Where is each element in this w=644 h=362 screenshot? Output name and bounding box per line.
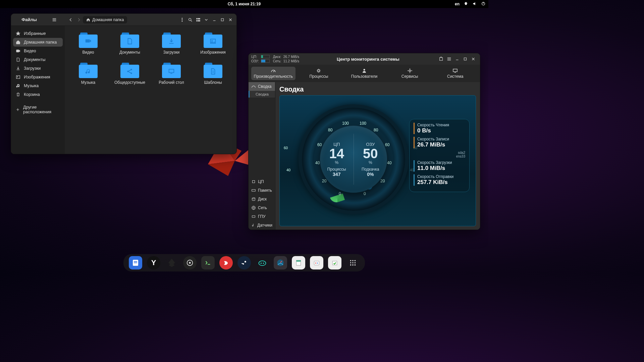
tab-performance[interactable]: Производительность xyxy=(251,67,296,80)
sidebar-item-other-locations[interactable]: Другие расположения xyxy=(11,103,65,116)
keyboard-layout[interactable]: en xyxy=(455,2,460,6)
svg-rect-32 xyxy=(252,189,256,191)
folder-desktop[interactable]: Рабочий стол xyxy=(152,61,191,86)
folder-share[interactable]: Общедоступные xyxy=(110,61,149,86)
sidebar-item-favorites[interactable]: Избранные xyxy=(11,29,65,38)
sidebar-disk[interactable]: Диск xyxy=(249,195,275,203)
sidebar-item-trash[interactable]: Корзина xyxy=(11,90,65,99)
minimize-button[interactable] xyxy=(210,16,218,24)
tab-system[interactable]: Система xyxy=(433,67,477,80)
sidebar-gpu[interactable]: ГПУ xyxy=(249,212,275,221)
svg-rect-11 xyxy=(197,20,198,21)
dock-office[interactable] xyxy=(292,256,305,269)
svg-rect-15 xyxy=(16,50,19,52)
svg-point-9 xyxy=(189,18,191,20)
dock: Y xyxy=(123,254,365,272)
svg-rect-14 xyxy=(221,18,224,21)
back-button[interactable] xyxy=(67,16,75,24)
svg-point-51 xyxy=(317,262,318,263)
sidebar-item-music[interactable]: Музыка xyxy=(11,81,65,90)
sidebar-memory[interactable]: Память xyxy=(249,186,275,195)
svg-point-40 xyxy=(189,262,191,264)
sidebar-item-pictures[interactable]: Изображения xyxy=(11,73,65,81)
svg-rect-26 xyxy=(464,58,467,60)
sidebar-summary-sub[interactable]: Сводка xyxy=(249,91,275,98)
tab-services[interactable]: Сервисы xyxy=(388,67,432,80)
svg-rect-30 xyxy=(453,69,457,72)
dock-software[interactable] xyxy=(310,256,323,269)
dock-inkscape[interactable] xyxy=(165,256,178,269)
dock-steam[interactable] xyxy=(237,256,251,269)
volume-icon[interactable] xyxy=(472,1,477,7)
sidebar-item-downloads[interactable]: Загрузки xyxy=(11,64,65,73)
folder-template[interactable]: Шаблоны xyxy=(194,61,232,86)
svg-point-61 xyxy=(355,264,356,266)
dock-files[interactable] xyxy=(129,256,142,269)
dock-apps-grid[interactable] xyxy=(346,256,360,269)
kebab-icon[interactable] xyxy=(178,16,186,24)
sidebar-item-documents[interactable]: Документы xyxy=(11,55,65,64)
svg-rect-16 xyxy=(16,76,20,79)
folder-music[interactable]: Музыка xyxy=(69,61,108,86)
svg-point-43 xyxy=(259,261,266,265)
sidebar-summary[interactable]: Сводка xyxy=(249,82,275,91)
dock-terminal[interactable] xyxy=(201,256,215,269)
svg-point-45 xyxy=(263,262,264,264)
dock-discord[interactable] xyxy=(256,256,269,269)
hamburger-icon[interactable] xyxy=(50,16,58,24)
dock-browser[interactable]: Y xyxy=(147,256,160,269)
view-list-icon[interactable] xyxy=(194,16,202,24)
close-button[interactable] xyxy=(226,16,234,24)
svg-rect-31 xyxy=(253,181,255,183)
folder-doc[interactable]: Документы xyxy=(110,31,149,56)
search-icon[interactable] xyxy=(186,16,194,24)
sysmon-tabs: Производительность Процессы Пользователи… xyxy=(249,65,480,82)
path-bar[interactable]: Домашняя папка xyxy=(83,16,127,23)
svg-point-7 xyxy=(182,19,182,20)
svg-rect-49 xyxy=(314,261,319,265)
svg-rect-48 xyxy=(296,260,301,262)
svg-point-28 xyxy=(363,69,365,71)
minimize-button[interactable] xyxy=(453,55,461,63)
files-grid[interactable]: ВидеоДокументыЗагрузкиИзображенияМузыкаО… xyxy=(65,26,236,154)
view-dropdown-icon[interactable] xyxy=(202,16,210,24)
sidebar-network[interactable]: Сеть xyxy=(249,203,275,212)
dock-obs[interactable] xyxy=(183,256,197,269)
svg-point-6 xyxy=(182,18,182,18)
svg-rect-10 xyxy=(197,18,198,19)
folder-image[interactable]: Изображения xyxy=(194,31,232,56)
svg-rect-25 xyxy=(440,58,443,61)
svg-point-50 xyxy=(315,262,316,263)
folder-download[interactable]: Загрузки xyxy=(152,31,191,56)
home-icon xyxy=(86,18,90,22)
gauge-ram: ОЗУ 50 % Подкачка 0% xyxy=(354,126,387,193)
dock-tweaks[interactable] xyxy=(219,256,233,269)
folder-video[interactable]: Видео xyxy=(69,31,108,56)
svg-point-58 xyxy=(355,262,356,263)
files-window: Файлы Домашняя папка Избранные Домашняя … xyxy=(11,13,237,154)
menu-icon[interactable] xyxy=(445,55,453,63)
svg-rect-18 xyxy=(86,40,90,43)
network-icon[interactable] xyxy=(464,1,468,7)
maximize-button[interactable] xyxy=(218,16,226,24)
svg-point-27 xyxy=(318,70,320,72)
tab-processes[interactable]: Процессы xyxy=(297,67,341,80)
svg-point-8 xyxy=(182,21,182,21)
forward-button[interactable] xyxy=(75,16,83,24)
tab-users[interactable]: Пользователи xyxy=(342,67,386,80)
sidebar-cpu[interactable]: ЦП xyxy=(249,177,275,186)
svg-rect-12 xyxy=(198,18,200,19)
system-monitor-window: ЦП: ОЗУ: Диск:26.7 MiB/s Сеть:11.2 MiB/s… xyxy=(248,53,480,230)
close-button[interactable] xyxy=(469,55,477,63)
maximize-button[interactable] xyxy=(461,55,469,63)
svg-point-57 xyxy=(352,262,354,263)
screenshot-icon[interactable] xyxy=(437,55,445,63)
clock[interactable]: Сб, 1 июня 21:19 xyxy=(228,2,261,6)
dock-update[interactable] xyxy=(328,256,341,269)
power-icon[interactable] xyxy=(481,1,486,7)
sidebar-item-videos[interactable]: Видео xyxy=(11,47,65,55)
sidebar-sensors[interactable]: Датчики xyxy=(249,221,275,230)
sidebar-item-home[interactable]: Домашняя папка xyxy=(13,38,63,47)
dock-sysmon[interactable] xyxy=(274,256,287,269)
svg-rect-52 xyxy=(332,261,337,265)
